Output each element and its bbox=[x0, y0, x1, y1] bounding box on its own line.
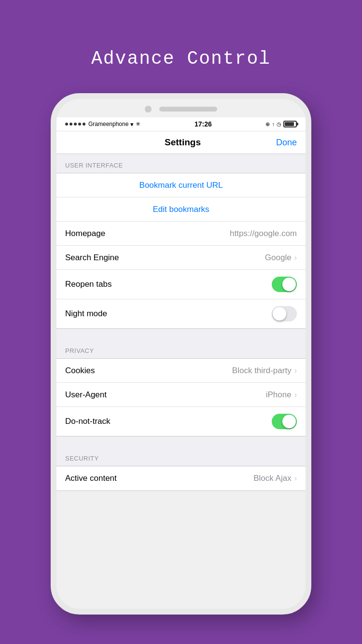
page-title: Advance Control bbox=[91, 48, 271, 69]
alarm-icon: ◷ bbox=[277, 121, 281, 127]
signal-dot-1 bbox=[65, 123, 68, 126]
battery-icon bbox=[283, 121, 297, 127]
settings-content: USER INTERFACE Bookmark current URL Edit… bbox=[56, 154, 306, 491]
signal-dot-2 bbox=[70, 123, 72, 126]
location-icon: ⊕ bbox=[265, 121, 270, 127]
toggle-thumb-dnt bbox=[282, 415, 296, 428]
reopen-tabs-row[interactable]: Reopen tabs bbox=[56, 270, 306, 299]
search-engine-row[interactable]: Search Engine Google › bbox=[56, 246, 306, 270]
cookies-value: Block third-party › bbox=[232, 366, 297, 376]
wifi-icon: ▾ bbox=[130, 121, 134, 128]
phone-top bbox=[56, 99, 306, 117]
security-group: Active content Block Ajax › bbox=[56, 466, 306, 491]
nav-title: Settings bbox=[165, 137, 201, 148]
edit-bookmarks-label[interactable]: Edit bookmarks bbox=[153, 205, 209, 214]
signal-dot-5 bbox=[83, 123, 85, 126]
do-not-track-label: Do-not-track bbox=[65, 417, 111, 426]
cookies-label: Cookies bbox=[65, 366, 95, 376]
homepage-row[interactable]: Homepage https://google.com bbox=[56, 222, 306, 246]
homepage-value: https://google.com bbox=[230, 229, 297, 238]
battery-fill bbox=[285, 122, 294, 126]
chevron-icon-useragent: › bbox=[294, 391, 297, 399]
user-agent-value: iPhone › bbox=[266, 390, 297, 400]
carrier-label: Grameenphone bbox=[88, 121, 128, 127]
brightness-icon: ✳ bbox=[136, 121, 140, 127]
privacy-group: Cookies Block third-party › User-Agent i… bbox=[56, 358, 306, 436]
cookies-row[interactable]: Cookies Block third-party › bbox=[56, 359, 306, 383]
status-left: Grameenphone ▾ ✳ bbox=[65, 121, 140, 128]
edit-bookmarks-row[interactable]: Edit bookmarks bbox=[56, 197, 306, 222]
signal-dot-4 bbox=[78, 123, 81, 126]
nav-bar: Settings Done bbox=[56, 131, 306, 154]
status-right: ⊕ ↑ ◷ bbox=[265, 121, 297, 127]
search-engine-value: Google › bbox=[265, 253, 297, 263]
night-mode-label: Night mode bbox=[65, 309, 107, 319]
bookmark-current-url-label[interactable]: Bookmark current URL bbox=[139, 181, 223, 190]
search-engine-label: Search Engine bbox=[65, 253, 119, 263]
homepage-label: Homepage bbox=[65, 229, 105, 238]
user-interface-group: Bookmark current URL Edit bookmarks Home… bbox=[56, 173, 306, 329]
reopen-tabs-toggle[interactable] bbox=[272, 277, 297, 292]
toggle-thumb-night bbox=[273, 307, 286, 321]
arrow-icon: ↑ bbox=[272, 121, 275, 127]
done-button[interactable]: Done bbox=[276, 138, 297, 148]
speaker-dot bbox=[145, 106, 152, 112]
user-agent-row[interactable]: User-Agent iPhone › bbox=[56, 383, 306, 407]
chevron-icon-active: › bbox=[294, 474, 297, 483]
speaker-bar bbox=[159, 107, 217, 112]
reopen-tabs-label: Reopen tabs bbox=[65, 280, 111, 289]
chevron-icon-cookies: › bbox=[294, 366, 297, 375]
active-content-label: Active content bbox=[65, 474, 117, 483]
active-content-row[interactable]: Active content Block Ajax › bbox=[56, 466, 306, 490]
bookmark-current-url-row[interactable]: Bookmark current URL bbox=[56, 173, 306, 197]
security-section-header: SECURITY bbox=[56, 447, 306, 466]
user-interface-section-header: USER INTERFACE bbox=[56, 154, 306, 173]
chevron-icon: › bbox=[294, 253, 297, 262]
do-not-track-toggle[interactable] bbox=[272, 414, 297, 429]
active-content-value: Block Ajax › bbox=[253, 474, 297, 483]
section-gap-1 bbox=[56, 329, 306, 339]
toggle-thumb bbox=[282, 278, 296, 291]
signal-dots bbox=[65, 123, 85, 126]
night-mode-row[interactable]: Night mode bbox=[56, 299, 306, 328]
status-bar: Grameenphone ▾ ✳ 17:26 ⊕ ↑ ◷ bbox=[56, 117, 306, 131]
phone-frame: Grameenphone ▾ ✳ 17:26 ⊕ ↑ ◷ Settings Do… bbox=[51, 93, 311, 615]
do-not-track-row[interactable]: Do-not-track bbox=[56, 407, 306, 436]
user-agent-label: User-Agent bbox=[65, 390, 107, 400]
privacy-section-header: PRIVACY bbox=[56, 339, 306, 358]
signal-dot-3 bbox=[74, 123, 77, 126]
status-time: 17:26 bbox=[195, 120, 212, 128]
section-gap-2 bbox=[56, 436, 306, 447]
night-mode-toggle[interactable] bbox=[272, 306, 297, 322]
